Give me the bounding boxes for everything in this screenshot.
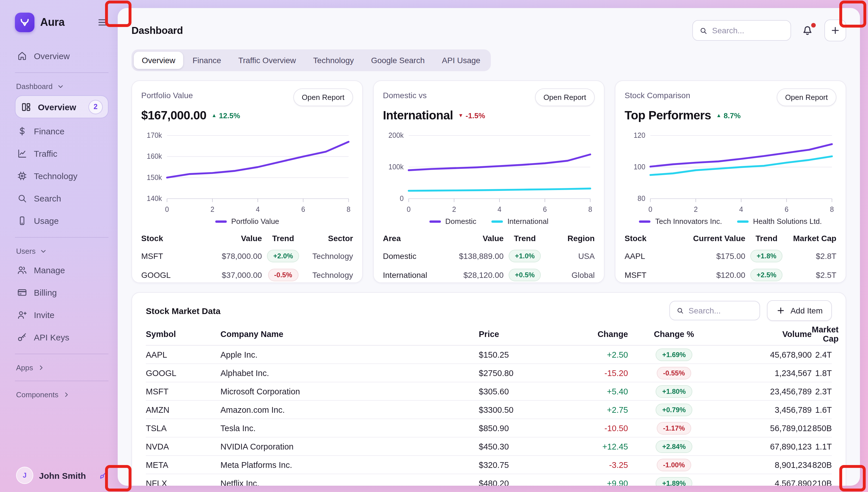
sidebar-item-technology[interactable]: Technology bbox=[15, 165, 108, 187]
tab-finance[interactable]: Finance bbox=[184, 52, 229, 69]
value-cell: $28,120.00 bbox=[436, 270, 504, 279]
kpi-cards-row: Portfolio Value Open Report $167,000.00 … bbox=[131, 80, 846, 283]
change-cell: -15.20 bbox=[565, 368, 628, 377]
sidebar-item-label: Technology bbox=[34, 171, 77, 181]
symbol-cell: MSFT bbox=[146, 387, 220, 396]
table-row[interactable]: GOOGL $37,000.00 -0.5% Technology bbox=[141, 265, 353, 283]
sidebar-item-overview-top[interactable]: Overview bbox=[15, 45, 108, 67]
sidebar-item-api-keys[interactable]: API Keys bbox=[15, 326, 108, 348]
trend-pill: +0.5% bbox=[509, 268, 541, 281]
section-label-text: Apps bbox=[16, 363, 33, 372]
sidebar-section-users[interactable]: Users bbox=[15, 247, 108, 255]
sidebar-item-invite[interactable]: Invite bbox=[15, 304, 108, 326]
stock-cell: AAPL bbox=[625, 251, 678, 260]
sidebar-section-components[interactable]: Components bbox=[15, 390, 108, 399]
market-cap-cell: 820B bbox=[812, 460, 832, 469]
sidebar-section-apps[interactable]: Apps bbox=[15, 363, 108, 372]
sidebar-item-overview[interactable]: Overview 2 bbox=[15, 95, 108, 118]
change-pct-cell: +1.80% bbox=[628, 385, 720, 398]
volume-cell: 45,678,900 bbox=[720, 350, 812, 359]
price-cell: $320.75 bbox=[479, 460, 565, 469]
sidebar-section-dashboard[interactable]: Dashboard bbox=[15, 82, 108, 91]
price-cell: $3300.50 bbox=[479, 405, 565, 414]
notifications-button[interactable] bbox=[801, 24, 815, 37]
table-row[interactable]: GOOGLAlphabet Inc.$2750.80-15.20-0.55%1,… bbox=[146, 364, 832, 383]
sidebar-item-finance[interactable]: Finance bbox=[15, 120, 108, 142]
home-icon bbox=[17, 51, 28, 62]
table-body: AAPLApple Inc.$150.25+2.50+1.69%45,678,9… bbox=[146, 346, 832, 486]
price-cell: $450.30 bbox=[479, 442, 565, 451]
table-row[interactable]: TSLATesla Inc.$850.90-10.50-1.17%56,789,… bbox=[146, 419, 832, 438]
table-row[interactable]: NVDANVIDIA Corporation$450.30+12.45+2.84… bbox=[146, 438, 832, 456]
market-cap-cell: 210B bbox=[812, 478, 832, 486]
line-chart: 200k100k002468 bbox=[383, 129, 595, 216]
brand-name: Aura bbox=[40, 16, 91, 29]
card-label: Stock Comparison bbox=[625, 89, 690, 100]
card-headline: Top Performers bbox=[625, 108, 711, 122]
svg-text:150k: 150k bbox=[147, 173, 162, 181]
open-report-button[interactable]: Open Report bbox=[293, 89, 353, 106]
open-report-button[interactable]: Open Report bbox=[535, 89, 595, 106]
market-cap-cell: 1.6T bbox=[812, 405, 832, 414]
table-search-input[interactable] bbox=[689, 306, 753, 315]
key-icon bbox=[17, 332, 28, 343]
tab-traffic-overview[interactable]: Traffic Overview bbox=[230, 52, 304, 69]
svg-text:2: 2 bbox=[452, 205, 456, 213]
trend-pill: +2.0% bbox=[267, 249, 299, 262]
market-cap-cell: 2.4T bbox=[812, 350, 832, 359]
trend-indicator: ▼ -1.5% bbox=[458, 111, 485, 120]
table-row[interactable]: AAPLApple Inc.$150.25+2.50+1.69%45,678,9… bbox=[146, 346, 832, 364]
sidebar-user-row[interactable]: J John Smith bbox=[15, 467, 108, 484]
table-row[interactable]: MSFT $78,000.00 +2.0% Technology bbox=[141, 246, 353, 265]
value-cell: $120.00 bbox=[678, 270, 745, 279]
layout-grid-icon bbox=[21, 101, 31, 112]
change-pct-pill: -1.17% bbox=[657, 422, 691, 434]
area-cell: International bbox=[383, 270, 436, 279]
col-header: Trend bbox=[262, 233, 304, 243]
stock-cell: MSFT bbox=[625, 270, 678, 279]
table-row[interactable]: Domestic $138,889.00 +1.0% USA bbox=[383, 246, 595, 265]
tab-api-usage[interactable]: API Usage bbox=[434, 52, 489, 69]
line-chart: 170k160k150k140k02468 bbox=[141, 129, 353, 216]
table-row[interactable]: MSFTMicrosoft Corporation$305.60+5.40+1.… bbox=[146, 383, 832, 401]
sidebar-item-search[interactable]: Search bbox=[15, 187, 108, 210]
tab-overview[interactable]: Overview bbox=[134, 52, 183, 69]
table-row[interactable]: International $28,120.00 +0.5% Global bbox=[383, 265, 595, 283]
sidebar-item-manage[interactable]: Manage bbox=[15, 259, 108, 281]
market-cap-cell: 2.3T bbox=[812, 387, 832, 396]
topbar: Dashboard bbox=[131, 20, 846, 41]
svg-text:100: 100 bbox=[634, 163, 646, 171]
change-pct-pill: +1.80% bbox=[656, 385, 692, 398]
table-row[interactable]: AAPL $175.00 +1.8% $2.8T bbox=[625, 246, 837, 265]
notification-dot bbox=[811, 23, 816, 28]
table-row[interactable]: METAMeta Platforms Inc.$320.75-3.25-1.00… bbox=[146, 456, 832, 474]
col-header-market-cap: Market Cap bbox=[812, 325, 839, 343]
trend-pill: +1.8% bbox=[750, 249, 783, 262]
chip-icon bbox=[17, 171, 28, 181]
card-headline: $167,000.00 bbox=[141, 108, 206, 122]
col-header-change: Change bbox=[565, 329, 628, 339]
change-pct-cell: +0.79% bbox=[628, 403, 720, 416]
svg-text:2: 2 bbox=[210, 205, 215, 213]
open-report-button[interactable]: Open Report bbox=[776, 89, 837, 106]
main-panel: Dashboard Overview Finance bbox=[118, 8, 860, 486]
sidebar-item-label: Traffic bbox=[34, 149, 57, 158]
volume-cell: 56,789,012 bbox=[720, 423, 812, 433]
table-header-row: Symbol Company Name Price Change Change … bbox=[146, 323, 832, 346]
sidebar-item-traffic[interactable]: Traffic bbox=[15, 142, 108, 165]
section-label-text: Components bbox=[16, 390, 58, 399]
stock-cell: MSFT bbox=[141, 251, 194, 260]
table-row[interactable]: NFLXNetflix Inc.$480.20+9.90+1.89%4,567,… bbox=[146, 474, 832, 486]
plus-icon bbox=[776, 306, 785, 315]
sidebar-item-label: Overview bbox=[38, 102, 76, 112]
add-item-button[interactable]: Add Item bbox=[767, 300, 832, 321]
tab-google-search[interactable]: Google Search bbox=[363, 52, 433, 69]
table-row[interactable]: MSFT $120.00 +2.5% $2.5T bbox=[625, 265, 837, 283]
search-input[interactable] bbox=[712, 26, 784, 35]
sidebar-item-billing[interactable]: Billing bbox=[15, 281, 108, 304]
table-row[interactable]: AMZNAmazon.com Inc.$3300.50+2.75+0.79%3,… bbox=[146, 401, 832, 419]
price-cell: $480.20 bbox=[479, 478, 565, 486]
sidebar-item-usage[interactable]: Usage bbox=[15, 210, 108, 232]
company-cell: Alphabet Inc. bbox=[220, 368, 479, 377]
tab-technology[interactable]: Technology bbox=[305, 52, 362, 69]
